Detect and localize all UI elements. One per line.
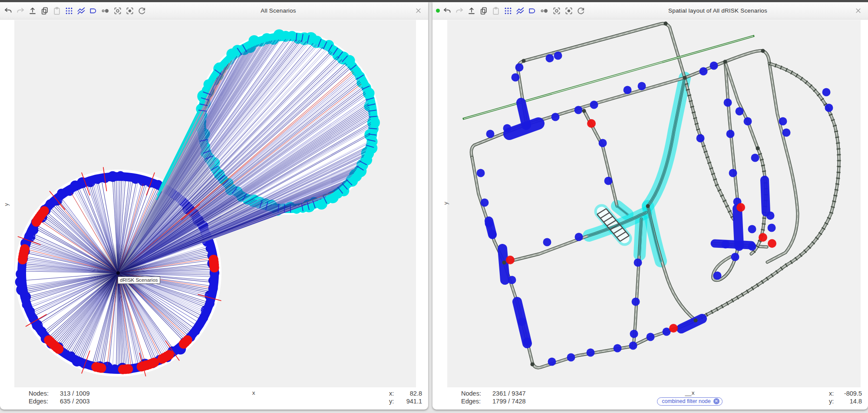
cursor-x-value: -809.5 [837, 390, 862, 397]
redo-icon[interactable] [455, 6, 464, 16]
statusbar-right: Nodes:2361 / 9347 Edges:1799 / 7428 __x … [432, 387, 868, 410]
paste-icon[interactable] [491, 6, 501, 16]
undo-icon[interactable] [3, 6, 13, 16]
select-region-filled-icon[interactable] [564, 6, 574, 16]
tag-icon[interactable] [89, 6, 98, 16]
cursor-x-value: 82.8 [397, 390, 422, 397]
edges-label: Edges: [461, 398, 492, 405]
close-icon[interactable] [853, 6, 863, 16]
select-region-icon[interactable] [113, 6, 122, 16]
dots-grid-icon[interactable] [64, 6, 74, 16]
toolbar-right [442, 6, 586, 16]
close-icon[interactable] [413, 6, 423, 16]
nodes-label: Nodes: [29, 390, 60, 397]
nodes-label: Nodes: [461, 390, 492, 397]
panel-spatial-layout: Spatial layout of All dRISK Scenarios y … [432, 2, 868, 410]
upload-icon[interactable] [467, 6, 476, 16]
titlebar-left: All Scenarios [0, 2, 428, 20]
dots-grid-icon[interactable] [503, 6, 513, 16]
edges-count: 635 / 2003 [60, 398, 90, 405]
refresh-icon[interactable] [576, 6, 586, 16]
circles-icon[interactable] [101, 6, 110, 16]
zigzag-lines-icon[interactable] [515, 6, 525, 16]
upload-icon[interactable] [28, 6, 37, 16]
x-axis-label: __x [685, 390, 695, 396]
nodes-count: 313 / 1009 [60, 390, 90, 397]
zigzag-lines-icon[interactable] [76, 6, 86, 16]
nodes-count: 2361 / 9347 [492, 390, 526, 397]
cursor-y-label: y: [389, 398, 397, 405]
cursor-y-value: 941.1 [397, 398, 422, 405]
circles-icon[interactable] [540, 6, 549, 16]
statusbar-left: Nodes:313 / 1009 Edges:635 / 2003 x x:82… [0, 387, 428, 410]
redo-icon[interactable] [16, 6, 25, 16]
toolbar-left [3, 6, 147, 16]
graph-canvas-scenarios[interactable] [14, 20, 416, 387]
filter-chip-label: combined filter node [662, 398, 711, 404]
cursor-y-value: 14.8 [837, 398, 862, 405]
edges-label: Edges: [29, 398, 60, 405]
paste-icon[interactable] [52, 6, 62, 16]
hub-node-label[interactable]: dRISK Scenarios [118, 276, 160, 284]
page-title-left: All Scenarios [147, 7, 410, 14]
refresh-icon[interactable] [137, 6, 147, 16]
status-dot [436, 9, 440, 13]
combined-filter-node-chip[interactable]: combined filter node ✕ [657, 397, 723, 406]
x-axis-label: x [252, 390, 255, 396]
select-region-filled-icon[interactable] [125, 6, 135, 16]
remove-filter-icon[interactable]: ✕ [713, 398, 719, 404]
cursor-x-label: x: [829, 390, 837, 397]
tag-icon[interactable] [528, 6, 537, 16]
copy-icon[interactable] [479, 6, 488, 16]
y-axis-label: y [442, 202, 449, 205]
copy-icon[interactable] [40, 6, 50, 16]
cursor-y-label: y: [829, 398, 837, 405]
panel-all-scenarios: All Scenarios y dRISK Scenarios Nodes:31… [0, 2, 428, 410]
y-axis-label: y [3, 203, 10, 206]
page-title-right: Spatial layout of All dRISK Scenarios [586, 7, 850, 14]
undo-icon[interactable] [442, 6, 452, 16]
edges-count: 1799 / 7428 [492, 398, 526, 405]
titlebar-right: Spatial layout of All dRISK Scenarios [432, 2, 868, 20]
window-top-edge [0, 0, 868, 2]
graph-canvas-map[interactable] [447, 20, 861, 387]
select-region-icon[interactable] [552, 6, 561, 16]
cursor-x-label: x: [389, 390, 397, 397]
